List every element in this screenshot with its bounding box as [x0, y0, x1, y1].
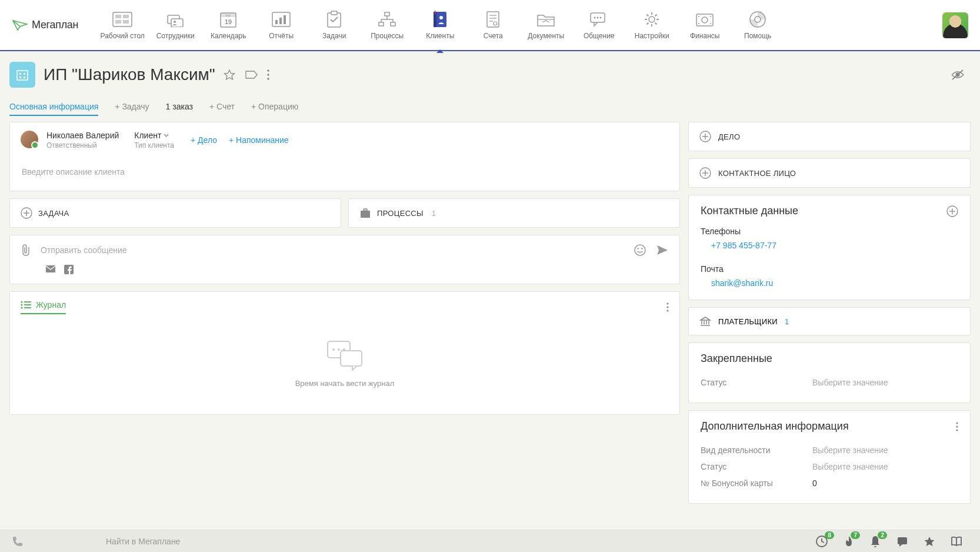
svg-rect-46 [19, 77, 21, 78]
tab-add-operation[interactable]: + Операцию [251, 102, 298, 116]
header-actions [224, 69, 269, 81]
svg-point-40 [710, 23, 711, 24]
nav-label: Помощь [744, 32, 771, 40]
finance-icon [694, 11, 715, 28]
nav-reports[interactable]: Отчёты [255, 11, 308, 40]
chevron-down-icon [164, 134, 169, 137]
notif-star[interactable] [924, 536, 935, 547]
status-value[interactable]: Выберите значение [812, 378, 888, 387]
phone-icon[interactable] [12, 536, 24, 547]
nav-finance[interactable]: Финансы [678, 11, 731, 40]
contact-person-panel[interactable]: КОНТАКТНОЕ ЛИЦО [688, 158, 971, 188]
nav-calendar[interactable]: апр19 Календарь [202, 11, 255, 40]
tag-icon[interactable] [245, 70, 258, 79]
activity-type-value[interactable]: Выберите значение [812, 445, 888, 455]
notif-bell[interactable]: 2 [869, 535, 881, 548]
nav-documents[interactable]: Документы [519, 11, 572, 40]
notif-message[interactable] [896, 536, 908, 547]
email-icon[interactable] [45, 265, 56, 273]
more-icon[interactable] [666, 302, 669, 312]
star-icon[interactable] [224, 69, 235, 81]
svg-rect-20 [391, 22, 395, 26]
notif-book[interactable] [951, 536, 962, 547]
processes-card[interactable]: ПРОЦЕССЫ 1 [348, 198, 680, 228]
deal-panel[interactable]: ДЕЛО [688, 122, 971, 151]
nav-clients[interactable]: Клиенты [414, 11, 466, 40]
svg-rect-19 [379, 22, 384, 26]
settings-icon [641, 11, 662, 28]
attach-icon[interactable] [21, 244, 31, 257]
clients-icon [429, 11, 451, 28]
responsible-avatar[interactable] [21, 131, 38, 148]
nav-settings[interactable]: Настройки [625, 11, 678, 40]
svg-point-60 [641, 248, 642, 249]
visibility-off-icon[interactable] [951, 69, 965, 81]
extra-info-title: Дополнительная информация [701, 420, 849, 433]
svg-rect-25 [487, 12, 499, 27]
svg-rect-57 [364, 209, 367, 211]
send-icon[interactable] [656, 244, 669, 256]
notif-badge: 7 [851, 531, 860, 539]
notif-clock[interactable]: 8 [815, 535, 828, 548]
description-input[interactable]: Введите описание клиента [10, 158, 679, 191]
documents-icon [535, 11, 556, 28]
facebook-icon[interactable] [64, 265, 74, 274]
add-deal-link[interactable]: + Дело [191, 135, 217, 145]
svg-rect-6 [171, 19, 183, 27]
tasks-icon [324, 11, 345, 28]
client-type-icon [9, 62, 35, 88]
svg-rect-18 [385, 12, 389, 16]
activity-type-label: Вид деятельности [701, 445, 812, 455]
message-input[interactable] [41, 245, 624, 255]
plus-circle-icon[interactable] [946, 205, 958, 217]
responsible-name[interactable]: Николаев Валерий [46, 131, 119, 140]
status-value-2[interactable]: Выберите значение [812, 462, 888, 471]
svg-point-42 [755, 16, 761, 22]
pinned-panel: Закрепленные Статус Выберите значение [688, 342, 971, 403]
book-icon [951, 536, 962, 547]
more-icon[interactable] [956, 422, 958, 431]
svg-point-34 [649, 16, 655, 22]
user-avatar[interactable] [942, 12, 968, 38]
svg-point-31 [594, 16, 596, 18]
tab-order[interactable]: 1 заказ [166, 102, 193, 116]
svg-rect-3 [115, 20, 121, 24]
journal-tab[interactable]: Журнал [21, 300, 66, 314]
nav-chat[interactable]: Общение [572, 11, 625, 40]
briefcase-icon [359, 208, 371, 218]
add-task-card[interactable]: ЗАДАЧА [9, 198, 341, 228]
svg-point-48 [267, 69, 269, 72]
more-icon[interactable] [267, 69, 269, 80]
nav-label: Задачи [322, 32, 346, 40]
tab-add-task[interactable]: + Задачу [115, 102, 149, 116]
responsible-role: Ответственный [46, 141, 119, 149]
svg-rect-4 [123, 20, 129, 24]
nav-processes[interactable]: Процессы [361, 11, 414, 40]
emoji-icon[interactable] [634, 244, 646, 257]
global-search[interactable]: Найти в Мегаплане [35, 537, 804, 546]
bonus-card-value[interactable]: 0 [812, 478, 817, 488]
svg-point-37 [698, 16, 699, 17]
nav-desktop[interactable]: Рабочий стол [96, 11, 149, 40]
add-reminder-link[interactable]: + Напоминание [229, 135, 289, 145]
payers-panel[interactable]: ПЛАТЕЛЬЩИКИ 1 [688, 307, 971, 335]
message-card [9, 235, 680, 284]
client-type-dropdown[interactable]: Клиент [134, 131, 174, 140]
nav-invoices[interactable]: Счета [466, 11, 519, 40]
tab-add-invoice[interactable]: + Счет [209, 102, 235, 116]
nav-tasks[interactable]: Задачи [308, 11, 361, 40]
svg-rect-56 [361, 211, 370, 218]
nav-help[interactable]: Помощь [731, 11, 784, 40]
nav-label: Календарь [211, 32, 246, 40]
tabs: Основная информация + Задачу 1 заказ + С… [0, 88, 980, 122]
logo[interactable]: Мегаплан [12, 19, 78, 31]
notif-fire[interactable]: 7 [844, 535, 854, 548]
email-link[interactable]: sharik@sharik.ru [711, 278, 958, 288]
svg-rect-35 [696, 14, 713, 26]
svg-point-73 [332, 348, 335, 351]
tab-main-info[interactable]: Основная информация [9, 102, 98, 116]
svg-rect-13 [275, 20, 278, 24]
phone-link[interactable]: +7 985 455-87-77 [711, 241, 958, 250]
nav-label: Финансы [690, 32, 719, 40]
nav-employees[interactable]: Сотрудники [149, 11, 202, 40]
